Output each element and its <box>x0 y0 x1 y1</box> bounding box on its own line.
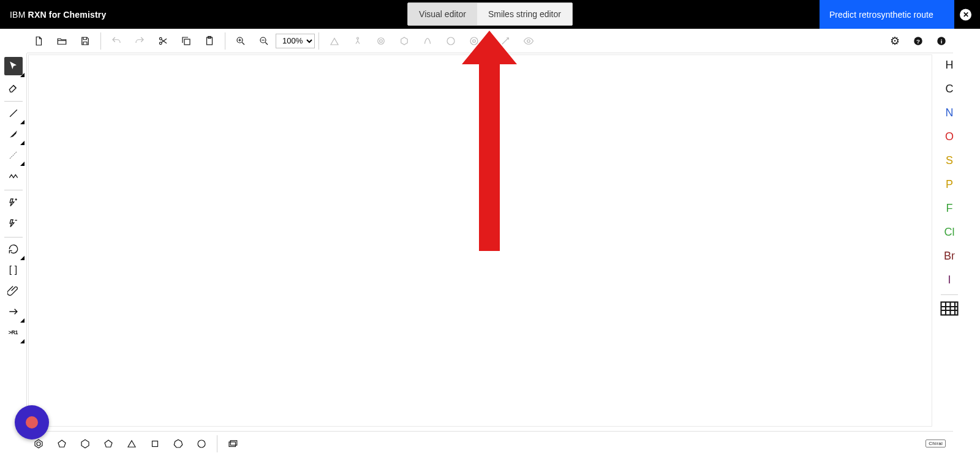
cut-button[interactable] <box>151 29 175 53</box>
clean-button[interactable] <box>346 29 369 53</box>
chain-tool[interactable] <box>4 167 23 185</box>
svg-point-11 <box>447 37 454 45</box>
brand-suffix: RXN for Chemistry <box>28 10 107 20</box>
atom-toolbar: H C N O S P F Cl Br I <box>938 53 960 320</box>
wedge-down-icon <box>7 149 20 161</box>
layout-button[interactable] <box>323 29 346 53</box>
triangle-icon <box>126 438 137 449</box>
square-icon <box>149 438 160 449</box>
wedge-down-tool[interactable] <box>4 146 23 164</box>
atom-br-button[interactable]: Br <box>938 244 960 268</box>
open-file-button[interactable] <box>50 29 74 53</box>
zoom-group: 100% <box>229 29 315 53</box>
rgroup-tool[interactable]: >R1 <box>4 323 23 342</box>
atom-o-button[interactable]: O <box>938 125 960 149</box>
atom-c-button[interactable]: C <box>938 77 960 101</box>
edit-group <box>105 29 221 53</box>
check-button[interactable] <box>439 29 462 53</box>
about-button[interactable]: i <box>930 29 953 53</box>
atom-f-button[interactable]: F <box>938 196 960 220</box>
chiral-flag-badge[interactable]: Chiral <box>925 440 946 447</box>
erase-tool[interactable] <box>4 78 23 96</box>
reaction-arrow-tool[interactable] <box>4 302 23 321</box>
cycloheptane-template[interactable] <box>167 432 190 456</box>
template-library-button[interactable] <box>221 432 244 456</box>
charge-minus-tool[interactable] <box>4 214 23 232</box>
save-file-button[interactable] <box>74 29 97 53</box>
gear-icon: ⚙ <box>890 34 900 48</box>
cip-button[interactable] <box>416 29 439 53</box>
chain-icon <box>7 170 20 182</box>
cyclooctane-template[interactable] <box>190 432 213 456</box>
heptagon-icon <box>173 438 184 449</box>
record-dot-icon <box>26 416 38 428</box>
brand-prefix: IBM <box>10 10 26 20</box>
undo-button[interactable] <box>105 29 128 53</box>
sgroup-tool[interactable]: [ ] <box>4 261 23 279</box>
redo-button[interactable] <box>128 29 151 53</box>
layout-group <box>323 29 486 53</box>
atom-h-button[interactable]: H <box>938 53 960 77</box>
analyse-button[interactable] <box>462 29 486 53</box>
atom-n-button[interactable]: N <box>938 101 960 125</box>
copy-button[interactable] <box>175 29 198 53</box>
help-button[interactable]: ? <box>907 29 930 53</box>
svg-marker-24 <box>81 440 89 448</box>
close-button[interactable]: ✕ <box>960 9 971 20</box>
dearomatize-button[interactable] <box>393 29 416 53</box>
svg-marker-26 <box>128 440 135 447</box>
dropdown-corner-icon <box>20 339 24 343</box>
periodic-table-button[interactable] <box>938 297 960 320</box>
cip-icon <box>422 36 433 47</box>
dropdown-corner-icon <box>20 318 24 323</box>
aromatize-button[interactable] <box>369 29 393 53</box>
svg-text:i: i <box>941 37 943 44</box>
paste-button[interactable] <box>198 29 221 53</box>
wedge-up-tool[interactable] <box>4 125 23 143</box>
charge-plus-tool[interactable] <box>4 193 23 211</box>
zoom-select[interactable]: 100% <box>276 34 315 48</box>
transform-tool[interactable] <box>4 240 23 258</box>
canvas-area[interactable] <box>27 53 933 428</box>
atom-i-button[interactable]: I <box>938 268 960 292</box>
hexagon-icon <box>80 438 91 449</box>
dropdown-corner-icon <box>20 162 24 166</box>
svg-rect-31 <box>230 440 237 445</box>
cyclohexane-template[interactable] <box>74 432 97 456</box>
tab-smiles-editor[interactable]: Smiles string editor <box>477 3 572 25</box>
zoom-in-icon <box>235 36 246 47</box>
cyclopentane-template[interactable] <box>50 432 74 456</box>
info-icon: i <box>936 36 947 47</box>
svg-marker-23 <box>58 440 66 447</box>
svg-rect-30 <box>229 442 236 447</box>
file-group <box>27 29 97 53</box>
select-tool[interactable] <box>4 57 23 75</box>
tab-visual-editor[interactable]: Visual editor <box>408 3 477 25</box>
single-bond-tool[interactable] <box>4 104 23 122</box>
record-fab[interactable] <box>15 405 49 440</box>
benzene-icon <box>33 438 44 449</box>
atom-s-button[interactable]: S <box>938 149 960 173</box>
svg-marker-10 <box>401 37 408 45</box>
copy-icon <box>181 36 192 47</box>
left-separator <box>4 237 23 238</box>
cyclopentadiene-template[interactable] <box>97 432 120 456</box>
atom-cl-button[interactable]: Cl <box>938 220 960 244</box>
help-group: ⚙ ? i <box>883 29 953 53</box>
settings-button[interactable]: ⚙ <box>883 29 907 53</box>
zoom-in-button[interactable] <box>229 29 252 53</box>
zoom-out-button[interactable] <box>252 29 276 53</box>
cyclopropane-template[interactable] <box>120 432 143 456</box>
svg-point-22 <box>37 442 40 446</box>
sgroup-data-tool[interactable] <box>4 282 23 300</box>
svg-marker-25 <box>105 440 112 447</box>
left-separator <box>4 190 23 190</box>
recognize-button[interactable] <box>517 29 540 53</box>
periodic-table-icon <box>938 297 960 320</box>
svg-rect-27 <box>153 441 158 446</box>
atom-p-button[interactable]: P <box>938 173 960 196</box>
new-file-button[interactable] <box>27 29 50 53</box>
predict-retrosynthetic-route-button[interactable]: Predict retrosynthetic route <box>820 0 954 29</box>
cyclobutane-template[interactable] <box>143 432 167 456</box>
miew-button[interactable] <box>494 29 517 53</box>
